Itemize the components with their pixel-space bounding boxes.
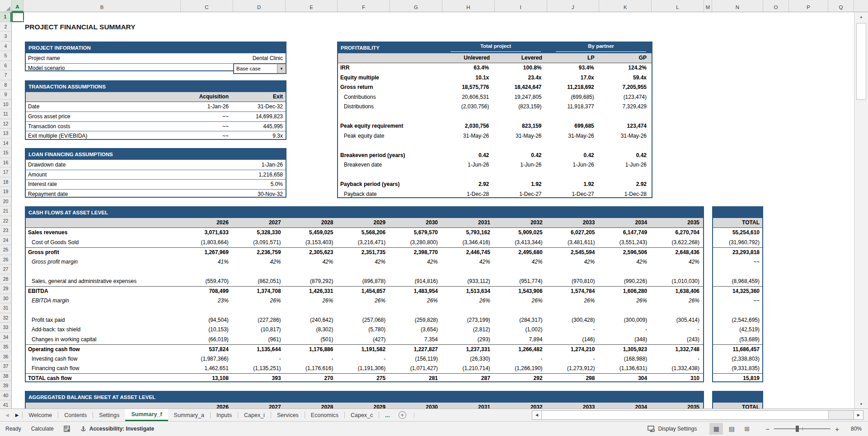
- cell-value[interactable]: 1,227,827: [389, 346, 441, 353]
- cell-value[interactable]: 1,216,658: [177, 172, 286, 178]
- cell-value[interactable]: 18,424,647: [494, 84, 546, 90]
- cell-value[interactable]: -: [546, 326, 599, 333]
- cell-value[interactable]: 1,513,634: [441, 288, 494, 294]
- cell-label[interactable]: Drawdown date: [26, 162, 177, 168]
- cell-label[interactable]: TOTAL cash flow: [26, 375, 180, 381]
- cell-label[interactable]: EBITDA: [26, 288, 180, 294]
- cell-label[interactable]: Amount: [26, 172, 177, 178]
- tab-economics[interactable]: Economics: [305, 409, 344, 421]
- cell-value[interactable]: 26%: [546, 297, 599, 304]
- tab-summaryf[interactable]: Summary_f: [125, 409, 168, 421]
- cell-value[interactable]: 304: [598, 375, 651, 381]
- tab-inputs[interactable]: Inputs: [211, 409, 238, 421]
- cell-value[interactable]: 26%: [598, 297, 651, 304]
- cell-value[interactable]: (3,413,344): [494, 239, 546, 246]
- cell-value[interactable]: -: [651, 326, 703, 333]
- cell-label[interactable]: Peak equity requirement: [338, 123, 441, 129]
- cell-value[interactable]: 537,824: [180, 346, 232, 353]
- cell-value[interactable]: 30-Nov-32: [177, 191, 286, 197]
- cell-label[interactable]: Gross return: [338, 84, 441, 90]
- tab-settings[interactable]: Settings: [93, 409, 125, 421]
- cell-value[interactable]: (300,009): [598, 317, 651, 323]
- cell-value[interactable]: (293): [441, 336, 494, 343]
- row-header-38[interactable]: 38: [0, 371, 11, 381]
- col-header-year[interactable]: 2032: [494, 219, 546, 226]
- macro-record-icon[interactable]: [64, 426, 70, 432]
- cell-value[interactable]: 100.8%: [494, 65, 546, 71]
- cell-exit[interactable]: 9.3x: [231, 133, 286, 139]
- selected-cell-a1[interactable]: [12, 12, 24, 22]
- row-header-21[interactable]: 21: [0, 206, 11, 216]
- cell-value[interactable]: (5,780): [337, 326, 389, 333]
- cell-value[interactable]: 2,030,756: [441, 123, 494, 129]
- cell-value[interactable]: 19,247,805: [494, 94, 546, 100]
- tab-capexi[interactable]: Capex_i: [238, 409, 271, 421]
- cell-value[interactable]: 1,266,482: [494, 346, 546, 353]
- row-header-26[interactable]: 26: [0, 255, 11, 265]
- cell-acquisition[interactable]: 1-Jan-26: [180, 103, 231, 110]
- row-header-29[interactable]: 29: [0, 284, 11, 294]
- cell-value[interactable]: 42%: [285, 259, 337, 265]
- cell-value[interactable]: 393: [232, 375, 285, 381]
- cell-total[interactable]: 15,819: [713, 375, 762, 381]
- row-header-17[interactable]: 17: [0, 167, 11, 177]
- cell-value[interactable]: 1,638,406: [651, 288, 703, 294]
- row-header-2[interactable]: 2: [0, 22, 11, 32]
- col-header-unlevered[interactable]: Unlevered: [443, 55, 495, 61]
- cell-value[interactable]: 2,648,436: [651, 249, 703, 255]
- row-header-27[interactable]: 27: [0, 264, 11, 274]
- cell-label[interactable]: Sales, general and administrative expens…: [26, 278, 180, 284]
- cell-label[interactable]: Project name: [26, 55, 177, 61]
- col-header-Q[interactable]: Q: [828, 0, 854, 12]
- row-header-37[interactable]: 37: [0, 362, 11, 371]
- col-header-K[interactable]: K: [599, 0, 652, 12]
- cell-value[interactable]: 2,446,745: [441, 249, 494, 255]
- cell-value[interactable]: (227,286): [232, 317, 285, 323]
- col-header-year[interactable]: 2027: [232, 219, 285, 226]
- col-header-lp[interactable]: LP: [547, 55, 600, 61]
- horizontal-scroll-thumb[interactable]: [542, 411, 829, 419]
- scenario-dropdown-value[interactable]: Base case: [234, 64, 277, 73]
- cell-value[interactable]: 2,236,759: [232, 249, 285, 255]
- cell-value[interactable]: 708,499: [180, 288, 232, 294]
- cell-value[interactable]: (559,470): [180, 278, 232, 284]
- cell-exit[interactable]: 445,995: [231, 123, 286, 130]
- cell-value[interactable]: 13,108: [180, 375, 232, 381]
- cell-value[interactable]: 42%: [232, 259, 285, 265]
- cell-value[interactable]: Dental Clinic: [177, 55, 286, 61]
- cell-value[interactable]: 26%: [337, 297, 389, 304]
- cell-value[interactable]: 1-Jun-26: [547, 162, 599, 168]
- col-header-year[interactable]: 2031: [441, 219, 494, 226]
- cell-label[interactable]: Repayment date: [26, 191, 177, 197]
- cell-value[interactable]: 26%: [494, 297, 546, 304]
- row-header-25[interactable]: 25: [0, 245, 11, 255]
- row-header-20[interactable]: 20: [0, 197, 11, 207]
- cell-value[interactable]: 281: [389, 375, 441, 381]
- cell-value[interactable]: (914,816): [389, 278, 441, 284]
- col-header-gp[interactable]: GP: [599, 55, 652, 61]
- cell-value[interactable]: (348): [598, 336, 651, 343]
- cell-value[interactable]: 23.4x: [494, 74, 546, 81]
- cell-value[interactable]: (1,176,616): [285, 365, 337, 371]
- cell-value[interactable]: (3,622,268): [651, 239, 703, 246]
- cell-value[interactable]: 1,267,969: [180, 249, 232, 255]
- cell-value[interactable]: -: [598, 326, 651, 333]
- cell-value[interactable]: (3,551,243): [598, 239, 651, 246]
- cell-value[interactable]: 1,374,708: [232, 288, 285, 294]
- cell-value[interactable]: 59.4x: [599, 74, 652, 81]
- cell-value[interactable]: (823,159): [494, 103, 546, 110]
- row-header-40[interactable]: 40: [0, 391, 11, 401]
- cell-value[interactable]: (699,685): [547, 94, 599, 100]
- cell-label[interactable]: Financing cash flow: [26, 365, 180, 371]
- cell-value[interactable]: 0.42: [599, 152, 652, 158]
- fill-handle[interactable]: [22, 20, 24, 23]
- cell-label[interactable]: Gross profit: [26, 249, 180, 255]
- col-header-year[interactable]: 2033: [546, 404, 599, 408]
- cell-value[interactable]: 123,474: [599, 123, 652, 129]
- cell-value[interactable]: (243): [651, 336, 703, 343]
- horizontal-scrollbar[interactable]: ◀ ▶: [532, 410, 863, 420]
- zoom-in-button[interactable]: +: [835, 425, 839, 433]
- cell-value[interactable]: (94,504): [180, 317, 232, 323]
- cell-total[interactable]: (2,338,803): [713, 356, 762, 362]
- row-header-24[interactable]: 24: [0, 236, 11, 246]
